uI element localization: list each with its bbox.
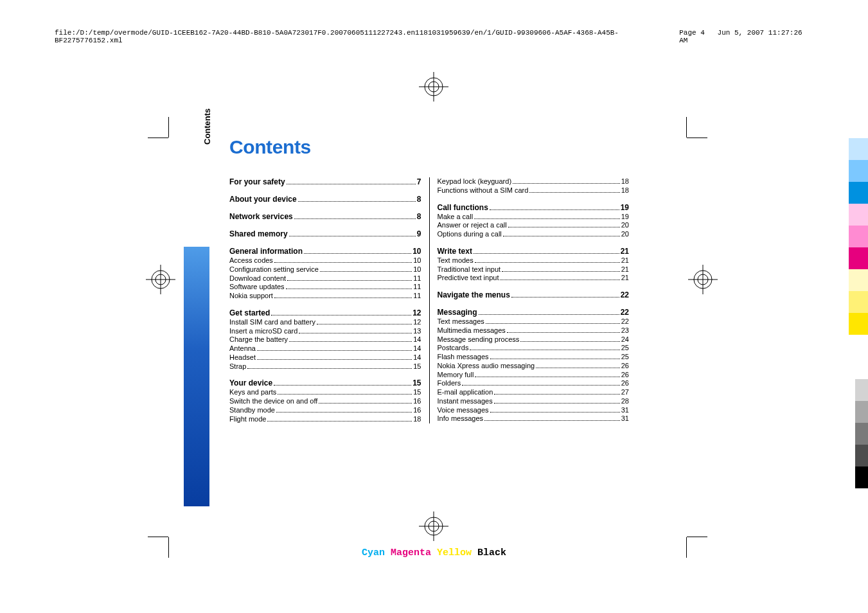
- toc-entry-page: 10: [413, 256, 421, 265]
- toc-entry-label: Keypad lock (keyguard): [437, 177, 511, 186]
- toc-entry[interactable]: Charge the battery14: [229, 335, 421, 344]
- toc-entry-label: E-mail application: [437, 388, 493, 397]
- toc-entry-page: 13: [413, 327, 421, 336]
- toc-entry[interactable]: Flight mode18: [229, 415, 421, 424]
- toc-entry[interactable]: Insert a microSD card13: [229, 327, 421, 336]
- toc-entry-page: 21: [621, 256, 629, 265]
- toc-entry[interactable]: Keys and parts15: [229, 388, 421, 397]
- toc-entry[interactable]: Predictive text input21: [437, 274, 629, 283]
- toc-entry-label: Multimedia messages: [437, 326, 505, 335]
- toc-entry-page: 31: [621, 406, 629, 415]
- toc-entry-page: 20: [621, 230, 629, 239]
- toc-entry-label: Predictive text input: [437, 274, 499, 283]
- toc-entry[interactable]: Antenna14: [229, 344, 421, 353]
- toc-entry[interactable]: Nokia Xpress audio messaging26: [437, 362, 629, 371]
- toc-entry[interactable]: Switch the device on and off16: [229, 397, 421, 406]
- toc-entry[interactable]: Configuration setting service10: [229, 265, 421, 274]
- toc-entry[interactable]: Info messages31: [437, 414, 629, 423]
- toc-entry-page: 22: [621, 317, 629, 326]
- toc-entry-label: Folders: [437, 379, 461, 388]
- toc-entry[interactable]: Multimedia messages23: [437, 326, 629, 335]
- toc-entry[interactable]: Folders26: [437, 379, 629, 388]
- toc-entry[interactable]: Text messages22: [437, 317, 629, 326]
- footer-color-names: Cyan Magenta Yellow Black: [0, 547, 868, 558]
- toc-entry-label: Install SIM card and battery: [229, 318, 315, 327]
- toc-leader-dots: [274, 385, 411, 386]
- toc-entry-page: 26: [621, 362, 629, 371]
- toc-entry-label: Shared memory: [229, 229, 288, 239]
- toc-entry-label: Functions without a SIM card: [437, 186, 528, 195]
- toc-entry-label: Traditional text input: [437, 265, 500, 274]
- toc-entry[interactable]: Traditional text input21: [437, 265, 629, 274]
- toc-entry[interactable]: Flash messages25: [437, 353, 629, 362]
- toc-leader-dots: [298, 201, 416, 202]
- toc-entry-label: Antenna: [229, 344, 256, 353]
- toc-entry-label: For your safety: [229, 177, 285, 187]
- toc-entry-label: Your device: [229, 378, 272, 388]
- toc-leader-dots: [289, 236, 416, 236]
- toc-entry[interactable]: Postcards25: [437, 344, 629, 353]
- toc-entry[interactable]: Headset14: [229, 353, 421, 362]
- toc-entry[interactable]: Options during a call20: [437, 230, 629, 239]
- toc-leader-dots: [475, 262, 620, 263]
- toc-entry[interactable]: Standby mode16: [229, 406, 421, 415]
- registration-mark-icon: [687, 263, 719, 296]
- toc-entry[interactable]: Functions without a SIM card18: [437, 186, 629, 195]
- toc-entry[interactable]: Memory full26: [437, 371, 629, 380]
- toc-leader-dots: [513, 183, 620, 184]
- toc-entry-page: 12: [413, 318, 421, 327]
- toc-leader-dots: [520, 341, 619, 342]
- toc-entry[interactable]: Software updates11: [229, 283, 421, 292]
- toc-section-heading[interactable]: Messaging22: [437, 308, 629, 317]
- toc-leader-dots: [317, 324, 412, 324]
- toc-entry[interactable]: Download content11: [229, 274, 421, 283]
- registration-mark-icon: [418, 71, 450, 103]
- toc-entry-page: 21: [621, 247, 629, 256]
- toc-entry[interactable]: Strap15: [229, 362, 421, 371]
- toc-entry-page: 10: [412, 247, 421, 256]
- toc-leader-dots: [486, 323, 620, 324]
- toc-entry-page: 27: [621, 388, 629, 397]
- toc-entry[interactable]: Answer or reject a call20: [437, 221, 629, 230]
- toc-section-heading[interactable]: About your device8: [229, 195, 421, 204]
- toc-section-heading[interactable]: Get started12: [229, 308, 421, 318]
- toc-leader-dots: [474, 218, 620, 219]
- toc-entry-page: 9: [417, 229, 421, 239]
- toc-entry-label: Flight mode: [229, 415, 266, 424]
- toc-leader-dots: [479, 314, 619, 315]
- toc-entry-page: 10: [413, 265, 421, 274]
- toc-entry-page: 22: [621, 290, 629, 300]
- toc-entry[interactable]: Nokia support11: [229, 292, 421, 301]
- toc-entry[interactable]: Text modes21: [437, 256, 629, 265]
- toc-section-heading[interactable]: General information10: [229, 247, 421, 256]
- toc-leader-dots: [511, 297, 619, 298]
- toc-entry[interactable]: E-mail application27: [437, 388, 629, 397]
- toc-entry[interactable]: Install SIM card and battery12: [229, 318, 421, 327]
- toc-entry[interactable]: Access codes10: [229, 256, 421, 265]
- toc-section-heading[interactable]: For your safety 7: [229, 177, 421, 187]
- toc-entry-label: Software updates: [229, 283, 285, 292]
- toc-entry[interactable]: Instant messages28: [437, 397, 629, 406]
- toc-section-heading[interactable]: Call functions19: [437, 203, 629, 213]
- toc-entry-page: 19: [621, 203, 629, 213]
- toc-entry[interactable]: Voice messages31: [437, 406, 629, 415]
- toc-section-heading[interactable]: Write text21: [437, 247, 629, 256]
- toc-entry[interactable]: Message sending process24: [437, 335, 629, 344]
- toc-entry-page: 22: [621, 308, 629, 317]
- black-label: Black: [477, 547, 506, 558]
- toc-entry[interactable]: Make a call19: [437, 213, 629, 222]
- toc-section-heading[interactable]: Network services8: [229, 212, 421, 222]
- toc-section-heading[interactable]: Your device15: [229, 378, 421, 388]
- side-tab-label: Contents: [202, 109, 212, 145]
- toc-entry-label: Make a call: [437, 213, 473, 222]
- toc-entry-label: Text modes: [437, 256, 473, 265]
- toc-leader-dots: [490, 359, 620, 359]
- left-blue-panel: [184, 247, 209, 506]
- toc-entry-page: 26: [621, 379, 629, 388]
- toc-entry-page: 18: [621, 186, 629, 195]
- toc-section-heading[interactable]: Navigate the menus22: [437, 290, 629, 300]
- toc-entry-page: 11: [413, 274, 421, 283]
- toc-entry[interactable]: Keypad lock (keyguard)18: [437, 177, 629, 186]
- toc-leader-dots: [484, 420, 620, 421]
- toc-section-heading[interactable]: Shared memory9: [229, 229, 421, 239]
